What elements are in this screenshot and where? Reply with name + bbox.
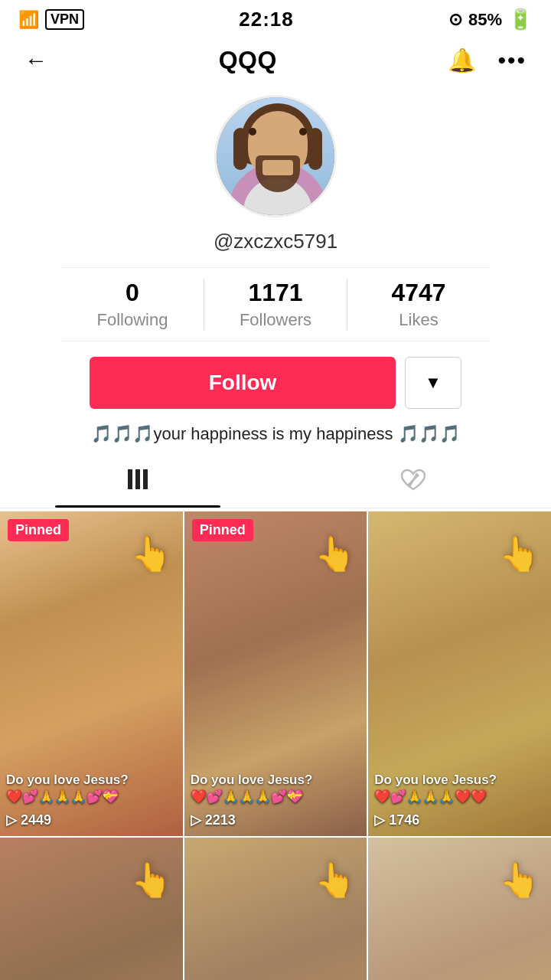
status-time: 22:18	[239, 8, 294, 31]
stat-likes[interactable]: 4747 Likes	[347, 279, 490, 330]
tabs-row	[0, 458, 551, 508]
svg-rect-2	[143, 469, 148, 489]
video-views-2: ▷ 2213	[191, 812, 236, 828]
pinned-badge-2: Pinned	[192, 519, 253, 541]
battery-percent: 85%	[468, 10, 502, 30]
status-right: ⊙ 85% 🔋	[448, 8, 533, 31]
video-cell-4[interactable]: 👇 Do you love Jesus?❤️💕🙏🙏🙏❤️❤️ ▷ 1271	[0, 838, 183, 980]
video-grid: 👇 Pinned Do you love Jesus?❤️💕🙏🙏🙏💕💝 ▷ 24…	[0, 511, 551, 980]
following-label: Following	[97, 310, 168, 330]
video-caption-3: Do you love Jesus?❤️💕🙏🙏🙏❤️❤️	[368, 772, 551, 805]
video-views-1: ▷ 2449	[6, 812, 51, 828]
bell-icon: 🔔	[448, 47, 476, 73]
page-title: QQQ	[219, 46, 277, 74]
video-cell-1[interactable]: 👇 Pinned Do you love Jesus?❤️💕🙏🙏🙏💕💝 ▷ 24…	[0, 511, 183, 836]
username: @zxczxc5791	[214, 230, 337, 253]
likes-count: 4747	[391, 279, 445, 307]
video-cell-5[interactable]: 👇 Do you love Jesus?❤️💕🙏🙏🙏❤️❤️ ▷ 1071	[184, 838, 367, 980]
chevron-down-icon: ▼	[425, 373, 442, 393]
wifi-icon: 📶	[18, 10, 39, 30]
status-left: 📶 VPN	[18, 9, 84, 30]
hand-sticker-4: 👇	[130, 861, 172, 900]
more-options-button[interactable]: •••	[494, 44, 530, 77]
likes-label: Likes	[399, 310, 438, 330]
hand-sticker-1: 👇	[130, 534, 172, 574]
heart-broken-icon	[400, 469, 426, 497]
pinned-badge-1: Pinned	[8, 519, 69, 541]
view-count-2: 2213	[205, 812, 236, 828]
avatar-image	[217, 97, 337, 217]
battery-icon: 🔋	[508, 8, 533, 31]
grid-icon	[126, 469, 149, 497]
video-views-3: ▷ 1746	[374, 812, 419, 828]
video-caption-2: Do you love Jesus?❤️💕🙏🙏🙏💕💝	[184, 772, 367, 805]
hand-sticker-2: 👇	[314, 534, 356, 574]
follow-row: Follow ▼	[69, 357, 482, 409]
status-bar: 📶 VPN 22:18 ⊙ 85% 🔋	[0, 0, 551, 36]
location-icon: ⊙	[448, 10, 462, 30]
play-icon-2: ▷	[191, 812, 201, 828]
play-icon-1: ▷	[6, 812, 17, 828]
following-count: 0	[126, 279, 139, 307]
bio-text: 🎵🎵🎵your happiness is my happiness 🎵🎵🎵	[68, 424, 482, 444]
video-cell-6[interactable]: 👇 Do you love Jesus?❤️💕🙏🙏🙏❤️❤️ ▷ 1929 ww…	[368, 838, 551, 980]
ellipsis-icon: •••	[497, 47, 527, 73]
stat-followers[interactable]: 1171 Followers	[204, 279, 347, 330]
follow-button[interactable]: Follow	[90, 357, 396, 409]
video-cell-3[interactable]: 👇 Do you love Jesus?❤️💕🙏🙏🙏❤️❤️ ▷ 1746	[368, 511, 551, 836]
avatar	[214, 95, 337, 217]
stat-following[interactable]: 0 Following	[61, 279, 204, 330]
video-cell-2[interactable]: 👇 Pinned Do you love Jesus?❤️💕🙏🙏🙏💕💝 ▷ 22…	[184, 511, 367, 836]
hand-sticker-5: 👇	[314, 861, 356, 900]
hand-sticker-6: 👇	[498, 861, 540, 900]
notification-bell-button[interactable]: 🔔	[445, 44, 479, 77]
follow-dropdown-button[interactable]: ▼	[405, 357, 461, 409]
header: ← QQQ 🔔 •••	[0, 36, 551, 87]
header-actions: 🔔 •••	[445, 44, 530, 77]
view-count-1: 2449	[21, 812, 51, 828]
stats-row: 0 Following 1171 Followers 4747 Likes	[61, 267, 490, 341]
profile-section: @zxczxc5791 0 Following 1171 Followers 4…	[0, 87, 551, 458]
svg-rect-1	[135, 469, 140, 489]
vpn-badge: VPN	[45, 9, 84, 30]
tab-videos[interactable]	[0, 458, 276, 508]
video-caption-1: Do you love Jesus?❤️💕🙏🙏🙏💕💝	[0, 772, 183, 805]
back-button[interactable]: ←	[21, 44, 51, 77]
svg-rect-0	[128, 469, 132, 489]
tab-liked[interactable]	[276, 458, 551, 508]
play-icon-3: ▷	[374, 812, 385, 828]
followers-label: Followers	[240, 310, 311, 330]
followers-count: 1171	[248, 279, 302, 307]
hand-sticker-3: 👇	[498, 534, 540, 574]
view-count-3: 1746	[389, 812, 419, 828]
